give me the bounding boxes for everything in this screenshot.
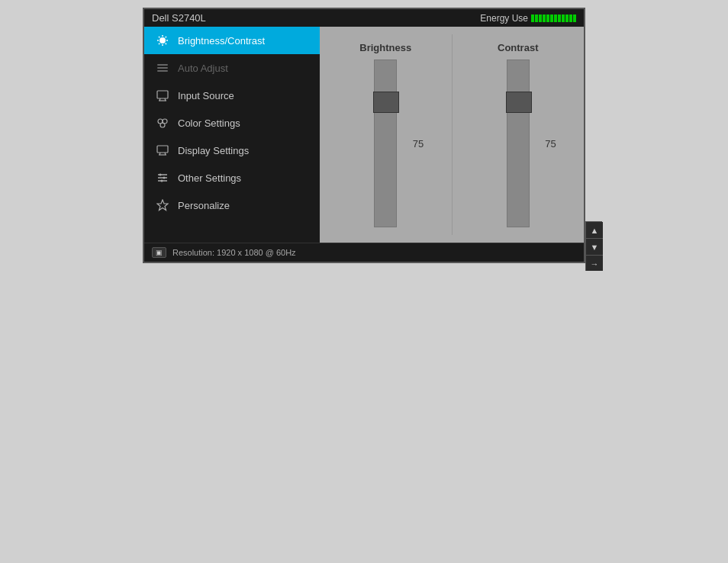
brightness-thumb[interactable]	[373, 92, 399, 113]
input-source-icon	[155, 88, 170, 103]
nav-buttons: ▲ ▼ → ✕	[585, 221, 602, 271]
sidebar-item-brightness-contrast[interactable]: Brightness/Contrast	[144, 27, 320, 54]
energy-seg-12	[573, 14, 576, 22]
energy-seg-2	[535, 14, 538, 22]
sidebar-label-other-settings: Other Settings	[178, 172, 241, 184]
svg-rect-12	[157, 91, 168, 98]
svg-rect-9	[157, 64, 168, 66]
svg-marker-29	[157, 200, 168, 211]
contrast-slider-container[interactable]: 75	[503, 60, 533, 227]
energy-label: Energy Use	[480, 13, 528, 24]
sidebar-item-input-source[interactable]: Input Source	[144, 82, 320, 109]
energy-seg-9	[562, 14, 565, 22]
energy-segments	[531, 14, 576, 22]
svg-rect-11	[157, 70, 168, 72]
nav-down-button[interactable]: ▼	[586, 239, 603, 256]
svg-point-28	[161, 180, 163, 182]
nav-right-button[interactable]: →	[586, 256, 603, 271]
contrast-track	[507, 60, 530, 227]
right-arrow-icon: →	[591, 259, 599, 269]
svg-rect-19	[157, 146, 168, 153]
svg-point-18	[160, 123, 165, 127]
energy-seg-11	[569, 14, 572, 22]
brightness-track	[374, 60, 397, 227]
energy-bar: Energy Use	[480, 13, 576, 24]
brightness-label: Brightness	[359, 42, 411, 53]
down-arrow-icon: ▼	[591, 243, 599, 252]
sidebar-item-other-settings[interactable]: Other Settings	[144, 164, 320, 191]
energy-seg-4	[543, 14, 546, 22]
monitor-wrapper: Dell S2740L Energy Use	[143, 8, 585, 263]
up-arrow-icon: ▲	[591, 226, 599, 235]
contrast-value: 75	[545, 138, 556, 150]
resolution-text: Resolution: 1920 x 1080 @ 60Hz	[172, 248, 296, 257]
brightness-value: 75	[413, 138, 424, 150]
energy-seg-3	[539, 14, 542, 22]
main-panel: Brightness 75 Contrast	[320, 27, 584, 243]
content-area: Brightness/Contrast Auto Adjust	[144, 27, 584, 243]
svg-point-26	[159, 174, 162, 176]
svg-point-27	[163, 177, 166, 179]
color-settings-icon	[155, 115, 170, 130]
brightness-section: Brightness 75	[320, 34, 453, 235]
sidebar-item-auto-adjust: Auto Adjust	[144, 54, 320, 82]
sidebar-item-color-settings[interactable]: Color Settings	[144, 109, 320, 137]
brightness-slider-container[interactable]: 75	[370, 60, 401, 227]
monitor-frame: Dell S2740L Energy Use	[143, 8, 585, 263]
sidebar-label-color-settings: Color Settings	[178, 117, 240, 129]
sidebar-label-input-source: Input Source	[178, 90, 234, 101]
energy-seg-7	[554, 14, 557, 22]
contrast-label: Contrast	[498, 42, 538, 53]
input-icon-badge: ▣	[152, 247, 166, 258]
svg-rect-10	[157, 67, 168, 69]
display-settings-icon	[155, 143, 170, 158]
contrast-section: Contrast 75	[453, 34, 585, 235]
auto-adjust-icon	[155, 60, 170, 76]
sliders-area: Brightness 75 Contrast	[320, 27, 584, 243]
input-port-icon: ▣	[156, 249, 163, 256]
energy-seg-6	[550, 14, 553, 22]
svg-line-6	[166, 43, 166, 44]
contrast-thumb[interactable]	[506, 92, 532, 113]
title-bar: Dell S2740L Energy Use	[144, 9, 584, 27]
energy-seg-1	[531, 14, 534, 22]
sidebar-label-brightness-contrast: Brightness/Contrast	[178, 35, 265, 47]
status-bar: ▣ Resolution: 1920 x 1080 @ 60Hz	[144, 243, 584, 262]
svg-line-8	[159, 43, 159, 44]
energy-seg-5	[546, 14, 549, 22]
sidebar-item-personalize[interactable]: Personalize	[144, 191, 320, 219]
monitor-model: Dell S2740L	[152, 12, 206, 24]
svg-point-0	[159, 37, 166, 43]
sidebar: Brightness/Contrast Auto Adjust	[144, 27, 320, 243]
svg-line-7	[166, 37, 166, 37]
energy-seg-10	[565, 14, 569, 22]
brightness-icon	[155, 33, 170, 48]
sidebar-label-auto-adjust: Auto Adjust	[178, 63, 228, 74]
svg-line-5	[159, 37, 159, 37]
other-settings-icon	[155, 170, 170, 185]
sidebar-label-display-settings: Display Settings	[178, 145, 249, 156]
sidebar-label-personalize: Personalize	[178, 200, 230, 211]
sidebar-item-display-settings[interactable]: Display Settings	[144, 137, 320, 164]
nav-up-button[interactable]: ▲	[586, 222, 603, 239]
personalize-icon	[155, 198, 170, 213]
energy-seg-8	[558, 14, 561, 22]
